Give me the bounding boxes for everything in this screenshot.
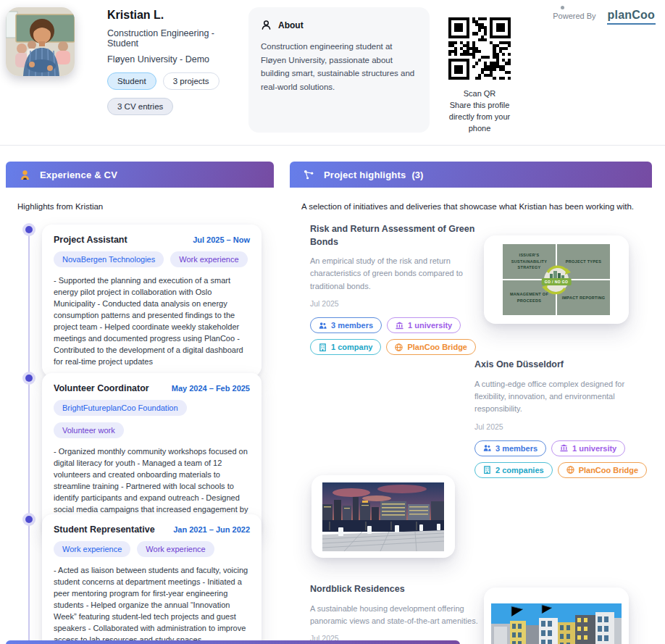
project-description: An empirical study of the risk and retur…: [310, 255, 485, 293]
header-divider: [0, 145, 665, 146]
qr-title: Scan QR: [439, 89, 520, 98]
green-bonds-figure: ISSUER'S SUSTAINABILITY STRATEGY PROJECT…: [503, 244, 610, 315]
university-badge: 1 university: [387, 317, 461, 333]
cv-entries-count-badge: 3 CV entries: [107, 98, 173, 115]
cv-entry-description: - Supported the planning and execution o…: [54, 275, 250, 367]
globe-icon: [566, 466, 574, 474]
cv-entry-tag: Work experience: [170, 251, 247, 267]
cv-entry-description: - Acted as liaison between students and …: [54, 564, 250, 644]
cv-entry-tag: BrightFutureplanCoo Foundation: [54, 400, 187, 416]
nordblick-photo: [491, 603, 622, 644]
project-item: Axis One Düsseldorf A cutting-edge offic…: [474, 359, 652, 478]
cv-entry-date: Jan 2021 – Jun 2022: [173, 525, 250, 534]
timeline-dot: [22, 513, 35, 526]
dusseldorf-photo: [322, 482, 444, 551]
projects-count: (3): [411, 170, 423, 180]
next-section-header-cutoff: [6, 640, 460, 644]
cv-entry-card: Project Assistant Jul 2025 – Now NovaBer…: [42, 225, 262, 377]
project-description: A sustainable housing development offeri…: [310, 603, 491, 628]
profile-name: Kristian L.: [107, 9, 245, 22]
timeline-dot: [22, 372, 35, 385]
experience-section-header: Experience & CV: [6, 162, 274, 188]
about-title: About: [278, 20, 304, 30]
about-text: Construction engineering student at Fløy…: [261, 40, 417, 94]
about-card: About Construction engineering student a…: [248, 7, 430, 133]
cv-entry-tag: Work experience: [137, 541, 214, 557]
plancoo-logo-link[interactable]: planCoo: [607, 9, 656, 25]
qr-caption: Share this profile directly from your ph…: [439, 100, 520, 135]
cv-entry-title: Project Assistant: [54, 235, 127, 245]
cv-entry-title: Student Representative: [54, 524, 155, 535]
plancoo-bridge-badge: PlanCoo Bridge: [386, 339, 476, 355]
cv-entry-tag: Volunteer work: [54, 422, 124, 438]
members-badge: 3 members: [310, 317, 382, 333]
powered-by: Powered By planCoo: [553, 9, 656, 25]
company-badge: 2 companies: [474, 462, 553, 478]
qr-block: Scan QR Share this profile directly from…: [439, 17, 520, 135]
cv-entry-tag: NovaBergen Technologies: [54, 251, 164, 267]
university-icon: [560, 444, 568, 452]
profile-photo-illustration: [6, 7, 75, 76]
people-icon: [483, 444, 491, 452]
cv-entry-date: May 2024 – Feb 2025: [172, 384, 250, 393]
user-icon: [261, 20, 272, 30]
cv-entry-date: Jul 2025 – Now: [193, 235, 250, 244]
profile-photo: [6, 7, 75, 76]
project-date: Jul 2025: [474, 422, 652, 431]
project-image-card: [311, 475, 455, 558]
university-icon: [396, 322, 403, 330]
projects-subtitle: A selection of initiatives and deliverie…: [301, 202, 652, 211]
profile-role: Construction Engineering - Student: [107, 28, 245, 49]
project-item: Nordblick Residences A sustainable housi…: [310, 583, 491, 643]
people-icon: [319, 322, 327, 330]
projects-section-header: Project highlights (3): [290, 162, 652, 188]
projects-section: Project highlights (3) A selection of in…: [290, 162, 652, 644]
cv-entry-title: Volunteer Coordinator: [54, 383, 149, 393]
projects-section-title: Project highlights: [324, 170, 406, 180]
qr-code: [448, 17, 511, 80]
project-image-card: ISSUER'S SUSTAINABILITY STRATEGY PROJECT…: [484, 235, 629, 324]
project-date: Jul 2025: [310, 299, 485, 308]
student-badge: Student: [107, 72, 156, 90]
person-icon: [20, 170, 30, 180]
project-description: A cutting-edge office complex designed f…: [474, 378, 652, 416]
globe-icon: [395, 343, 403, 351]
projects-count-badge: 3 projects: [163, 72, 219, 90]
powered-by-label: Powered By: [553, 9, 595, 20]
university-badge: 1 university: [551, 440, 625, 456]
experience-section-title: Experience & CV: [40, 170, 117, 180]
timeline-line: [28, 228, 30, 644]
plancoo-bridge-badge: PlanCoo Bridge: [558, 462, 648, 478]
figure-center-emblem: GO / NO GO: [538, 261, 575, 298]
cv-entry-tag: Work experience: [54, 541, 130, 557]
profile-info: Kristian L. Construction Engineering - S…: [107, 9, 245, 115]
building-icon: [483, 466, 491, 474]
building-icon: [319, 343, 327, 351]
profile-university: Fløyen University - Demo: [107, 54, 245, 64]
project-image-card: [484, 587, 629, 644]
project-title: Risk and Return Assessment of Green Bond…: [310, 223, 485, 248]
experience-subtitle: Highlights from Kristian: [17, 202, 274, 211]
project-item: Risk and Return Assessment of Green Bond…: [310, 223, 485, 355]
members-badge: 3 members: [474, 440, 546, 456]
company-badge: 1 company: [310, 339, 381, 355]
project-title: Nordblick Residences: [310, 583, 491, 596]
figure-center-label: GO / NO GO: [542, 278, 572, 285]
timeline-dot: [22, 223, 35, 236]
cv-entry-card: Student Representative Jan 2021 – Jun 20…: [42, 514, 262, 644]
experience-section: Experience & CV Highlights from Kristian…: [6, 162, 274, 644]
share-nodes-icon: [304, 170, 314, 180]
cv-entry-card: Volunteer Coordinator May 2024 – Feb 202…: [42, 373, 262, 536]
profile-page: Kristian L. Construction Engineering - S…: [0, 0, 665, 644]
project-title: Axis One Düsseldorf: [474, 359, 652, 372]
